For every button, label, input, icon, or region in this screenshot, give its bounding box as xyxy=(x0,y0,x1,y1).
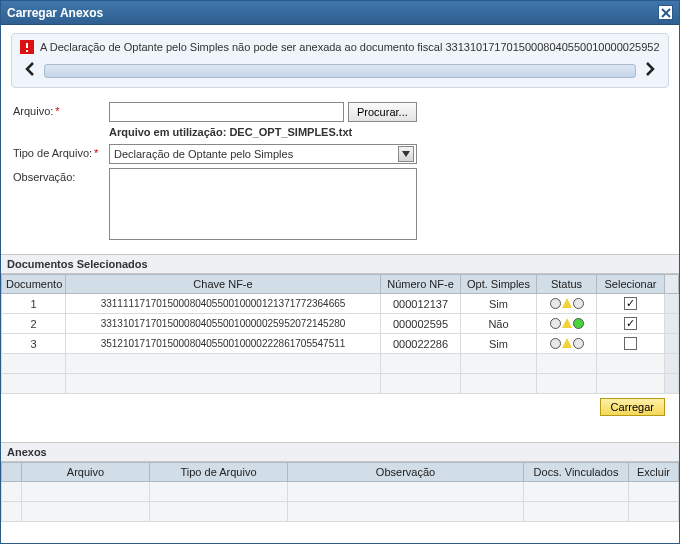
status-light-warn xyxy=(562,298,572,308)
status-light-warn xyxy=(562,338,572,348)
col-selecionar[interactable]: Selecionar xyxy=(597,275,665,294)
select-checkbox[interactable] xyxy=(624,337,637,350)
scroll-gutter xyxy=(665,334,679,354)
table-row xyxy=(2,482,679,502)
file-type-value: Declaração de Optante pelo Simples xyxy=(114,148,293,160)
table-row xyxy=(2,374,679,394)
cell-select xyxy=(597,334,665,354)
table-row[interactable]: 2331310171701500080405500100000259520721… xyxy=(2,314,679,334)
file-in-use-value: DEC_OPT_SIMPLES.txt xyxy=(229,126,352,138)
warning-scroll-track[interactable] xyxy=(44,64,636,78)
next-warning-button[interactable] xyxy=(640,60,660,81)
status-lights xyxy=(541,318,592,329)
chevron-down-icon xyxy=(402,151,410,157)
cell: Sim xyxy=(461,294,537,314)
obs-label: Observação: xyxy=(13,168,109,183)
type-label: Tipo de Arquivo:* xyxy=(13,144,109,159)
col-numero[interactable]: Número NF-e xyxy=(381,275,461,294)
svg-rect-3 xyxy=(26,43,28,48)
status-lights xyxy=(541,298,592,309)
col-docs[interactable]: Docs. Vinculados xyxy=(524,463,629,482)
prev-warning-button[interactable] xyxy=(20,60,40,81)
close-button[interactable] xyxy=(658,5,673,20)
chevron-right-icon xyxy=(644,62,656,76)
cell-status xyxy=(537,294,597,314)
file-label: Arquivo:* xyxy=(13,102,109,117)
table-row xyxy=(2,502,679,522)
cell-chave: 3512101717015000804055001000022286170554… xyxy=(66,334,381,354)
form-area: Arquivo:* Procurar... Arquivo em utiliza… xyxy=(1,92,679,248)
anexos-table: Arquivo Tipo de Arquivo Observação Docs.… xyxy=(1,462,679,522)
svg-rect-4 xyxy=(26,50,28,52)
dialog: Carregar Anexos A Declaração de Optante … xyxy=(0,0,680,544)
cell: 2 xyxy=(2,314,66,334)
documents-table: Documento Chave NF-e Número NF-e Opt. Si… xyxy=(1,274,679,394)
table-row[interactable]: 3351210171701500080405500100002228617055… xyxy=(2,334,679,354)
col-chave[interactable]: Chave NF-e xyxy=(66,275,381,294)
chevron-left-icon xyxy=(24,62,36,76)
observation-textarea[interactable] xyxy=(109,168,417,240)
cell: 3 xyxy=(2,334,66,354)
cell-chave: 3313101717015000804055001000002595207214… xyxy=(66,314,381,334)
close-icon xyxy=(661,8,671,18)
docs-section-header: Documentos Selecionados xyxy=(1,254,679,274)
col-excluir[interactable]: Excluir xyxy=(629,463,679,482)
warning-text: A Declaração de Optante pelo Simples não… xyxy=(40,41,660,53)
scroll-gutter-header xyxy=(665,275,679,294)
cell-chave: 3311111717015000804055001000012137177236… xyxy=(66,294,381,314)
status-lights xyxy=(541,338,592,349)
carregar-button[interactable]: Carregar xyxy=(600,398,665,416)
required-marker: * xyxy=(55,105,59,117)
col-obs[interactable]: Observação xyxy=(288,463,524,482)
status-light-off xyxy=(550,298,561,309)
table-row xyxy=(2,354,679,374)
col-tipo[interactable]: Tipo de Arquivo xyxy=(150,463,288,482)
browse-button[interactable]: Procurar... xyxy=(348,102,417,122)
status-light-ok xyxy=(573,318,584,329)
dropdown-toggle[interactable] xyxy=(398,146,414,162)
col-documento[interactable]: Documento xyxy=(2,275,66,294)
table-row[interactable]: 1331111171701500080405500100001213717723… xyxy=(2,294,679,314)
file-in-use-prefix: Arquivo em utilização: xyxy=(109,126,229,138)
select-checkbox[interactable] xyxy=(624,297,637,310)
required-marker: * xyxy=(94,147,98,159)
col-opt[interactable]: Opt. Simples xyxy=(461,275,537,294)
cell-select xyxy=(597,314,665,334)
file-type-select[interactable]: Declaração de Optante pelo Simples xyxy=(109,144,417,164)
cell-status xyxy=(537,334,597,354)
status-light-off xyxy=(550,338,561,349)
cell: Não xyxy=(461,314,537,334)
col-spacer xyxy=(2,463,22,482)
col-status[interactable]: Status xyxy=(537,275,597,294)
cell-status xyxy=(537,314,597,334)
warning-icon xyxy=(20,40,34,54)
svg-marker-5 xyxy=(402,151,410,157)
cell: Sim xyxy=(461,334,537,354)
col-arquivo[interactable]: Arquivo xyxy=(22,463,150,482)
warning-panel: A Declaração de Optante pelo Simples não… xyxy=(11,33,669,88)
status-light-warn xyxy=(562,318,572,328)
select-checkbox[interactable] xyxy=(624,317,637,330)
status-light-off xyxy=(550,318,561,329)
anexos-section-header: Anexos xyxy=(1,442,679,462)
cell: 000022286 xyxy=(381,334,461,354)
cell: 1 xyxy=(2,294,66,314)
cell: 000002595 xyxy=(381,314,461,334)
scroll-gutter xyxy=(665,314,679,334)
status-light-off xyxy=(573,298,584,309)
cell-select xyxy=(597,294,665,314)
titlebar: Carregar Anexos xyxy=(1,1,679,25)
scroll-gutter xyxy=(665,294,679,314)
dialog-title: Carregar Anexos xyxy=(7,6,103,20)
status-light-off xyxy=(573,338,584,349)
file-input[interactable] xyxy=(109,102,344,122)
dialog-body: A Declaração de Optante pelo Simples não… xyxy=(1,25,679,543)
cell: 000012137 xyxy=(381,294,461,314)
